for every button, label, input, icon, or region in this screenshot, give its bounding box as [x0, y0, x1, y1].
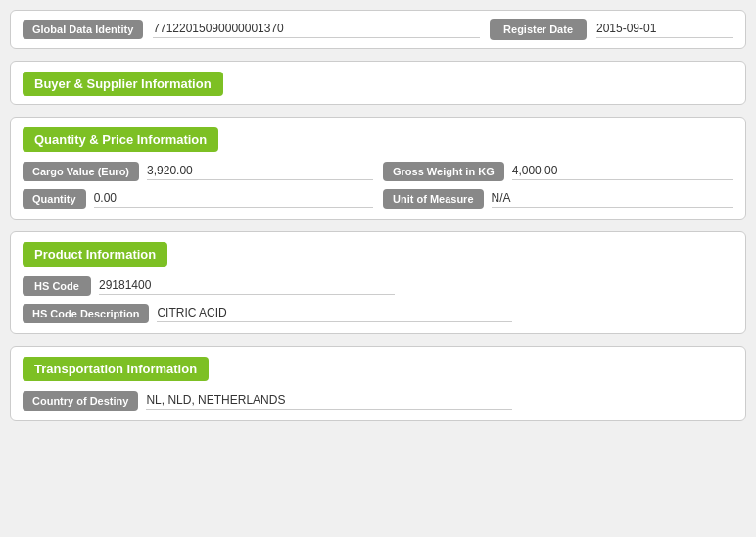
global-data-identity-value: 77122015090000001370 — [153, 22, 480, 38]
register-date-value: 2015-09-01 — [596, 22, 733, 38]
quantity-price-row1: Cargo Value (Euro) 3,920.00 Gross Weight… — [23, 162, 733, 181]
quantity-price-card: Quantity & Price Information Cargo Value… — [10, 117, 746, 220]
hs-code-value: 29181400 — [99, 278, 395, 295]
product-info-header: Product Information — [23, 242, 167, 267]
buyer-supplier-header: Buyer & Supplier Information — [23, 72, 223, 96]
country-of-destiny-group: Country of Destiny NL, NLD, NETHERLANDS — [23, 391, 512, 411]
buyer-supplier-card: Buyer & Supplier Information — [10, 61, 746, 105]
hs-code-desc-row: HS Code Description CITRIC ACID — [23, 304, 733, 323]
transport-info-card: Transportation Information Country of De… — [10, 346, 746, 421]
hs-code-label: HS Code — [23, 276, 91, 296]
global-data-identity-label: Global Data Identity — [23, 20, 143, 39]
hs-code-row: HS Code 29181400 — [23, 276, 733, 296]
country-of-destiny-label: Country of Destiny — [23, 391, 138, 411]
quantity-price-row2: Quantity 0.00 Unit of Measure N/A — [23, 189, 733, 209]
register-date-label: Register Date — [490, 19, 587, 40]
hs-code-desc-value: CITRIC ACID — [157, 306, 512, 322]
product-info-card: Product Information HS Code 29181400 HS … — [10, 231, 746, 334]
unit-of-measure-label: Unit of Measure — [383, 189, 484, 209]
quantity-label: Quantity — [23, 189, 86, 209]
unit-of-measure-group: Unit of Measure N/A — [383, 189, 733, 209]
country-of-destiny-row: Country of Destiny NL, NLD, NETHERLANDS — [23, 391, 733, 411]
hs-code-group: HS Code 29181400 — [23, 276, 395, 296]
cargo-value-label: Cargo Value (Euro) — [23, 162, 139, 181]
unit-of-measure-value: N/A — [492, 191, 733, 208]
quantity-group: Quantity 0.00 — [23, 189, 373, 209]
cargo-value-value: 3,920.00 — [147, 164, 373, 180]
gross-weight-value: 4,000.00 — [512, 164, 733, 180]
country-of-destiny-value: NL, NLD, NETHERLANDS — [146, 393, 512, 410]
quantity-price-header: Quantity & Price Information — [23, 127, 218, 152]
quantity-value: 0.00 — [94, 191, 373, 208]
hs-code-desc-label: HS Code Description — [23, 304, 149, 323]
gross-weight-label: Gross Weight in KG — [383, 162, 504, 181]
gross-weight-group: Gross Weight in KG 4,000.00 — [383, 162, 733, 181]
cargo-value-group: Cargo Value (Euro) 3,920.00 — [23, 162, 373, 181]
hs-code-desc-group: HS Code Description CITRIC ACID — [23, 304, 512, 323]
transport-info-header: Transportation Information — [23, 357, 209, 381]
global-data-card: Global Data Identity 7712201509000000137… — [10, 10, 746, 49]
